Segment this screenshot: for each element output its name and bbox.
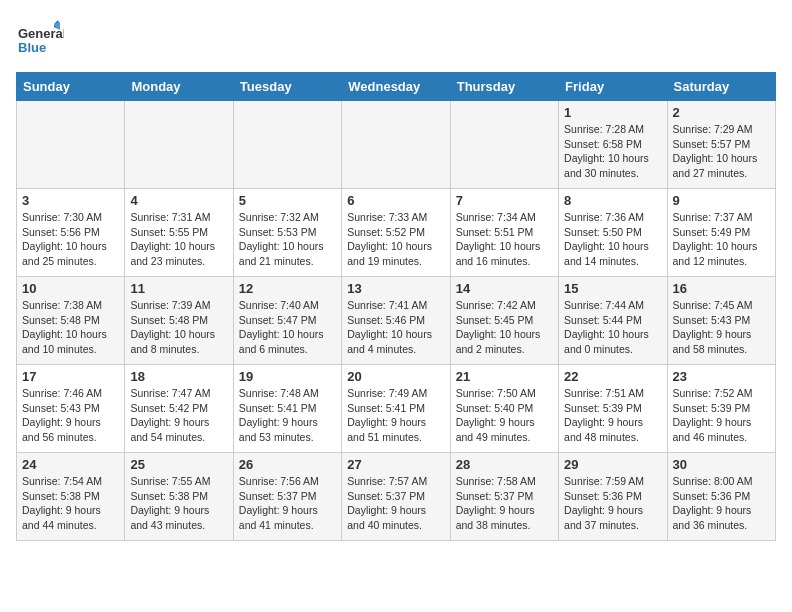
day-number: 15 bbox=[564, 281, 661, 296]
day-info: Sunrise: 7:37 AM Sunset: 5:49 PM Dayligh… bbox=[673, 210, 770, 269]
day-info: Sunrise: 7:46 AM Sunset: 5:43 PM Dayligh… bbox=[22, 386, 119, 445]
day-number: 3 bbox=[22, 193, 119, 208]
day-cell bbox=[233, 101, 341, 189]
day-info: Sunrise: 7:50 AM Sunset: 5:40 PM Dayligh… bbox=[456, 386, 553, 445]
day-info: Sunrise: 7:42 AM Sunset: 5:45 PM Dayligh… bbox=[456, 298, 553, 357]
day-info: Sunrise: 7:52 AM Sunset: 5:39 PM Dayligh… bbox=[673, 386, 770, 445]
day-cell: 30Sunrise: 8:00 AM Sunset: 5:36 PM Dayli… bbox=[667, 453, 775, 541]
day-info: Sunrise: 7:56 AM Sunset: 5:37 PM Dayligh… bbox=[239, 474, 336, 533]
day-cell: 29Sunrise: 7:59 AM Sunset: 5:36 PM Dayli… bbox=[559, 453, 667, 541]
week-row-5: 24Sunrise: 7:54 AM Sunset: 5:38 PM Dayli… bbox=[17, 453, 776, 541]
day-cell: 16Sunrise: 7:45 AM Sunset: 5:43 PM Dayli… bbox=[667, 277, 775, 365]
day-cell bbox=[450, 101, 558, 189]
calendar-body: 1Sunrise: 7:28 AM Sunset: 6:58 PM Daylig… bbox=[17, 101, 776, 541]
day-cell: 23Sunrise: 7:52 AM Sunset: 5:39 PM Dayli… bbox=[667, 365, 775, 453]
header-cell-sunday: Sunday bbox=[17, 73, 125, 101]
day-cell: 12Sunrise: 7:40 AM Sunset: 5:47 PM Dayli… bbox=[233, 277, 341, 365]
day-info: Sunrise: 7:48 AM Sunset: 5:41 PM Dayligh… bbox=[239, 386, 336, 445]
day-cell: 21Sunrise: 7:50 AM Sunset: 5:40 PM Dayli… bbox=[450, 365, 558, 453]
day-cell: 11Sunrise: 7:39 AM Sunset: 5:48 PM Dayli… bbox=[125, 277, 233, 365]
day-cell bbox=[17, 101, 125, 189]
day-number: 12 bbox=[239, 281, 336, 296]
day-cell: 27Sunrise: 7:57 AM Sunset: 5:37 PM Dayli… bbox=[342, 453, 450, 541]
day-info: Sunrise: 7:39 AM Sunset: 5:48 PM Dayligh… bbox=[130, 298, 227, 357]
day-info: Sunrise: 7:28 AM Sunset: 6:58 PM Dayligh… bbox=[564, 122, 661, 181]
day-number: 24 bbox=[22, 457, 119, 472]
header-cell-tuesday: Tuesday bbox=[233, 73, 341, 101]
day-cell: 18Sunrise: 7:47 AM Sunset: 5:42 PM Dayli… bbox=[125, 365, 233, 453]
day-cell: 22Sunrise: 7:51 AM Sunset: 5:39 PM Dayli… bbox=[559, 365, 667, 453]
day-cell: 25Sunrise: 7:55 AM Sunset: 5:38 PM Dayli… bbox=[125, 453, 233, 541]
day-info: Sunrise: 7:34 AM Sunset: 5:51 PM Dayligh… bbox=[456, 210, 553, 269]
day-info: Sunrise: 7:47 AM Sunset: 5:42 PM Dayligh… bbox=[130, 386, 227, 445]
day-number: 27 bbox=[347, 457, 444, 472]
day-number: 22 bbox=[564, 369, 661, 384]
day-cell: 1Sunrise: 7:28 AM Sunset: 6:58 PM Daylig… bbox=[559, 101, 667, 189]
day-number: 7 bbox=[456, 193, 553, 208]
day-number: 11 bbox=[130, 281, 227, 296]
day-cell: 7Sunrise: 7:34 AM Sunset: 5:51 PM Daylig… bbox=[450, 189, 558, 277]
day-number: 20 bbox=[347, 369, 444, 384]
day-info: Sunrise: 7:49 AM Sunset: 5:41 PM Dayligh… bbox=[347, 386, 444, 445]
header-cell-thursday: Thursday bbox=[450, 73, 558, 101]
day-number: 5 bbox=[239, 193, 336, 208]
day-number: 2 bbox=[673, 105, 770, 120]
day-info: Sunrise: 7:32 AM Sunset: 5:53 PM Dayligh… bbox=[239, 210, 336, 269]
day-number: 14 bbox=[456, 281, 553, 296]
day-cell: 2Sunrise: 7:29 AM Sunset: 5:57 PM Daylig… bbox=[667, 101, 775, 189]
day-cell: 20Sunrise: 7:49 AM Sunset: 5:41 PM Dayli… bbox=[342, 365, 450, 453]
day-number: 1 bbox=[564, 105, 661, 120]
day-cell bbox=[125, 101, 233, 189]
day-info: Sunrise: 7:54 AM Sunset: 5:38 PM Dayligh… bbox=[22, 474, 119, 533]
day-cell: 17Sunrise: 7:46 AM Sunset: 5:43 PM Dayli… bbox=[17, 365, 125, 453]
day-info: Sunrise: 7:55 AM Sunset: 5:38 PM Dayligh… bbox=[130, 474, 227, 533]
day-number: 25 bbox=[130, 457, 227, 472]
day-number: 10 bbox=[22, 281, 119, 296]
header-cell-saturday: Saturday bbox=[667, 73, 775, 101]
week-row-3: 10Sunrise: 7:38 AM Sunset: 5:48 PM Dayli… bbox=[17, 277, 776, 365]
day-number: 29 bbox=[564, 457, 661, 472]
header-cell-wednesday: Wednesday bbox=[342, 73, 450, 101]
day-info: Sunrise: 7:31 AM Sunset: 5:55 PM Dayligh… bbox=[130, 210, 227, 269]
day-info: Sunrise: 7:51 AM Sunset: 5:39 PM Dayligh… bbox=[564, 386, 661, 445]
day-cell: 9Sunrise: 7:37 AM Sunset: 5:49 PM Daylig… bbox=[667, 189, 775, 277]
day-number: 18 bbox=[130, 369, 227, 384]
day-info: Sunrise: 7:41 AM Sunset: 5:46 PM Dayligh… bbox=[347, 298, 444, 357]
day-number: 13 bbox=[347, 281, 444, 296]
week-row-4: 17Sunrise: 7:46 AM Sunset: 5:43 PM Dayli… bbox=[17, 365, 776, 453]
day-number: 8 bbox=[564, 193, 661, 208]
day-number: 26 bbox=[239, 457, 336, 472]
week-row-2: 3Sunrise: 7:30 AM Sunset: 5:56 PM Daylig… bbox=[17, 189, 776, 277]
day-number: 19 bbox=[239, 369, 336, 384]
day-info: Sunrise: 7:40 AM Sunset: 5:47 PM Dayligh… bbox=[239, 298, 336, 357]
day-cell: 28Sunrise: 7:58 AM Sunset: 5:37 PM Dayli… bbox=[450, 453, 558, 541]
day-number: 4 bbox=[130, 193, 227, 208]
day-info: Sunrise: 7:44 AM Sunset: 5:44 PM Dayligh… bbox=[564, 298, 661, 357]
day-cell: 13Sunrise: 7:41 AM Sunset: 5:46 PM Dayli… bbox=[342, 277, 450, 365]
day-cell: 8Sunrise: 7:36 AM Sunset: 5:50 PM Daylig… bbox=[559, 189, 667, 277]
day-info: Sunrise: 8:00 AM Sunset: 5:36 PM Dayligh… bbox=[673, 474, 770, 533]
day-number: 30 bbox=[673, 457, 770, 472]
logo: General Blue bbox=[16, 16, 64, 64]
day-cell: 5Sunrise: 7:32 AM Sunset: 5:53 PM Daylig… bbox=[233, 189, 341, 277]
day-cell: 19Sunrise: 7:48 AM Sunset: 5:41 PM Dayli… bbox=[233, 365, 341, 453]
day-cell bbox=[342, 101, 450, 189]
day-info: Sunrise: 7:33 AM Sunset: 5:52 PM Dayligh… bbox=[347, 210, 444, 269]
day-info: Sunrise: 7:30 AM Sunset: 5:56 PM Dayligh… bbox=[22, 210, 119, 269]
header-row: SundayMondayTuesdayWednesdayThursdayFrid… bbox=[17, 73, 776, 101]
day-cell: 10Sunrise: 7:38 AM Sunset: 5:48 PM Dayli… bbox=[17, 277, 125, 365]
day-info: Sunrise: 7:36 AM Sunset: 5:50 PM Dayligh… bbox=[564, 210, 661, 269]
week-row-1: 1Sunrise: 7:28 AM Sunset: 6:58 PM Daylig… bbox=[17, 101, 776, 189]
day-cell: 3Sunrise: 7:30 AM Sunset: 5:56 PM Daylig… bbox=[17, 189, 125, 277]
day-cell: 4Sunrise: 7:31 AM Sunset: 5:55 PM Daylig… bbox=[125, 189, 233, 277]
day-number: 17 bbox=[22, 369, 119, 384]
page-header: General Blue bbox=[16, 16, 776, 64]
header-cell-friday: Friday bbox=[559, 73, 667, 101]
day-number: 6 bbox=[347, 193, 444, 208]
calendar-table: SundayMondayTuesdayWednesdayThursdayFrid… bbox=[16, 72, 776, 541]
day-cell: 26Sunrise: 7:56 AM Sunset: 5:37 PM Dayli… bbox=[233, 453, 341, 541]
day-info: Sunrise: 7:45 AM Sunset: 5:43 PM Dayligh… bbox=[673, 298, 770, 357]
day-info: Sunrise: 7:57 AM Sunset: 5:37 PM Dayligh… bbox=[347, 474, 444, 533]
day-info: Sunrise: 7:29 AM Sunset: 5:57 PM Dayligh… bbox=[673, 122, 770, 181]
day-info: Sunrise: 7:38 AM Sunset: 5:48 PM Dayligh… bbox=[22, 298, 119, 357]
